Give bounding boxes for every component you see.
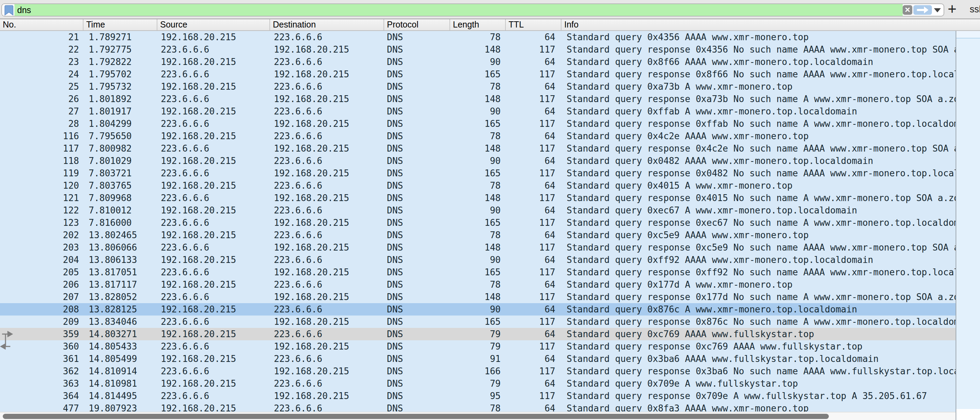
cell-info: Standard query response 0x876c No such n… — [562, 315, 980, 328]
cell-length: 165 — [450, 68, 506, 80]
cell-destination: 192.168.20.215 — [270, 291, 384, 303]
packet-row[interactable]: 261.801892223.6.6.6192.168.20.215DNS1481… — [0, 93, 980, 105]
cell-protocol: DNS — [384, 229, 450, 241]
cell-time: 1.792775 — [83, 43, 158, 56]
cell-destination: 223.6.6.6 — [270, 377, 384, 390]
cell-protocol: DNS — [384, 303, 450, 315]
cell-no: 361 — [0, 353, 83, 365]
cell-destination: 192.168.20.215 — [270, 192, 384, 204]
cell-no: 27 — [0, 105, 83, 118]
column-header-protocol[interactable]: Protocol — [384, 19, 450, 30]
horizontal-scrollbar[interactable] — [0, 412, 956, 420]
filter-query-text[interactable]: dns — [17, 4, 31, 16]
cell-no: 28 — [0, 118, 83, 130]
cell-source: 223.6.6.6 — [158, 390, 270, 402]
packet-row[interactable]: 1187.801029192.168.20.215223.6.6.6DNS906… — [0, 155, 980, 167]
packet-row[interactable]: 1217.809968223.6.6.6192.168.20.215DNS148… — [0, 192, 980, 204]
cell-ttl: 64 — [506, 180, 562, 192]
packet-row[interactable]: 251.795732192.168.20.215223.6.6.6DNS7864… — [0, 80, 980, 93]
packet-row[interactable]: 20413.806133192.168.20.215223.6.6.6DNS90… — [0, 254, 980, 266]
apply-filter-button[interactable] — [913, 5, 932, 15]
cell-length: 79 — [450, 340, 506, 353]
packet-row[interactable]: 271.801917192.168.20.215223.6.6.6DNS9064… — [0, 105, 980, 118]
cell-time: 13.834046 — [83, 315, 158, 328]
filter-dropdown-caret-icon[interactable] — [934, 8, 941, 13]
cell-time: 14.810914 — [83, 365, 158, 377]
cell-protocol: DNS — [384, 278, 450, 291]
packet-row[interactable]: 20913.834046223.6.6.6192.168.20.215DNS16… — [0, 315, 980, 328]
packet-row[interactable]: 36014.805433223.6.6.6192.168.20.215DNS79… — [0, 340, 980, 353]
cell-destination: 223.6.6.6 — [270, 328, 384, 340]
filter-field-valid-background[interactable] — [14, 4, 903, 16]
cell-info: Standard query 0x4356 AAAA www.xmr-moner… — [562, 31, 980, 43]
cell-no: 209 — [0, 315, 83, 328]
cell-protocol: DNS — [384, 31, 450, 43]
vertical-scrollbar[interactable] — [956, 31, 980, 409]
column-header-destination[interactable]: Destination — [270, 19, 384, 30]
cell-length: 90 — [450, 204, 506, 216]
add-filter-button[interactable]: + — [948, 2, 957, 16]
packet-row[interactable]: 221.792775223.6.6.6192.168.20.215DNS1481… — [0, 43, 980, 56]
column-header-length[interactable]: Length — [450, 19, 506, 30]
packet-row[interactable]: 36414.814495223.6.6.6192.168.20.215DNS95… — [0, 390, 980, 402]
packet-row[interactable]: 1177.800982223.6.6.6192.168.20.215DNS148… — [0, 142, 980, 155]
packet-row[interactable]: 36214.810914223.6.6.6192.168.20.215DNS16… — [0, 365, 980, 377]
vertical-scrollbar-thumb[interactable] — [956, 31, 980, 38]
packet-row[interactable]: 1167.795650192.168.20.215223.6.6.6DNS786… — [0, 130, 980, 142]
column-header-time[interactable]: Time — [83, 19, 158, 30]
cell-source: 192.168.20.215 — [158, 105, 270, 118]
packet-row[interactable]: 1197.803721223.6.6.6192.168.20.215DNS165… — [0, 167, 980, 180]
cell-protocol: DNS — [384, 241, 450, 254]
cell-destination: 192.168.20.215 — [270, 142, 384, 155]
cell-protocol: DNS — [384, 192, 450, 204]
clear-filter-button[interactable]: ✕ — [903, 5, 912, 15]
packet-row[interactable]: 1207.803765192.168.20.215223.6.6.6DNS786… — [0, 180, 980, 192]
display-filter-input[interactable]: dns ✕ — [2, 3, 944, 16]
packet-row[interactable]: 35914.803271192.168.20.215223.6.6.6DNS79… — [0, 328, 980, 340]
horizontal-scrollbar-thumb[interactable] — [3, 414, 829, 419]
cell-time: 14.814495 — [83, 390, 158, 402]
cell-info: Standard query 0x709e A www.fullskystar.… — [562, 377, 980, 390]
cell-source: 223.6.6.6 — [158, 142, 270, 155]
cell-destination: 223.6.6.6 — [270, 180, 384, 192]
packet-row[interactable]: 36114.805499192.168.20.215223.6.6.6DNS91… — [0, 353, 980, 365]
cell-no: 364 — [0, 390, 83, 402]
cell-no: 24 — [0, 68, 83, 80]
cell-info: Standard query 0xc5e9 AAAA www.xmr-moner… — [562, 229, 980, 241]
packet-row[interactable]: 1227.810012192.168.20.215223.6.6.6DNS906… — [0, 204, 980, 216]
packet-row[interactable]: 20613.817117192.168.20.215223.6.6.6DNS78… — [0, 278, 980, 291]
filter-shortcut-ssh-button[interactable]: ssh — [970, 4, 980, 15]
cell-no: 205 — [0, 266, 83, 278]
filter-bookmark-button[interactable] — [2, 4, 14, 16]
packet-row[interactable]: 20813.828125192.168.20.215223.6.6.6DNS90… — [0, 303, 980, 315]
packet-row[interactable]: 20513.817051223.6.6.6192.168.20.215DNS16… — [0, 266, 980, 278]
cell-protocol: DNS — [384, 155, 450, 167]
cell-no: 359 — [0, 328, 83, 340]
packet-row[interactable]: 20713.828052223.6.6.6192.168.20.215DNS14… — [0, 291, 980, 303]
cell-no: 206 — [0, 278, 83, 291]
packet-row[interactable]: 20313.806066223.6.6.6192.168.20.215DNS14… — [0, 241, 980, 254]
column-header-info[interactable]: Info — [562, 19, 980, 30]
column-header-no[interactable]: No. — [0, 19, 83, 30]
cell-destination: 192.168.20.215 — [270, 167, 384, 180]
column-header-source[interactable]: Source — [158, 19, 270, 30]
cell-no: 363 — [0, 377, 83, 390]
packet-row[interactable]: 36314.810981192.168.20.215223.6.6.6DNS79… — [0, 377, 980, 390]
packet-row[interactable]: 241.795702223.6.6.6192.168.20.215DNS1651… — [0, 68, 980, 80]
packet-row[interactable]: 211.789271192.168.20.215223.6.6.6DNS7864… — [0, 31, 980, 43]
cell-protocol: DNS — [384, 291, 450, 303]
cell-protocol: DNS — [384, 315, 450, 328]
cell-info: Standard query 0x8f66 AAAA www.xmr-moner… — [562, 56, 980, 68]
packet-row[interactable]: 1237.816000223.6.6.6192.168.20.215DNS165… — [0, 216, 980, 229]
cell-length: 148 — [450, 93, 506, 105]
packet-list-header: No.TimeSourceDestinationProtocolLengthTT… — [0, 19, 980, 31]
packet-row[interactable]: 231.792822192.168.20.215223.6.6.6DNS9064… — [0, 56, 980, 68]
cell-source: 223.6.6.6 — [158, 340, 270, 353]
cell-length: 165 — [450, 118, 506, 130]
packet-row[interactable]: 281.804299223.6.6.6192.168.20.215DNS1651… — [0, 118, 980, 130]
cell-time: 13.806066 — [83, 241, 158, 254]
cell-info: Standard query 0xff92 AAAA www.xmr-moner… — [562, 254, 980, 266]
cell-source: 192.168.20.215 — [158, 155, 270, 167]
packet-row[interactable]: 20213.802465192.168.20.215223.6.6.6DNS78… — [0, 229, 980, 241]
column-header-ttl[interactable]: TTL — [506, 19, 562, 30]
